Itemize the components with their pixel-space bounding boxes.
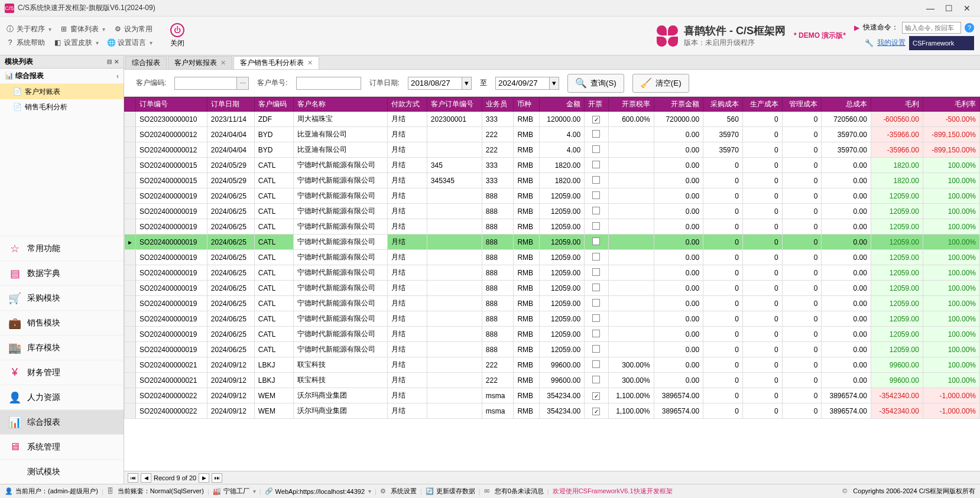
invoice-checkbox[interactable] — [592, 268, 600, 276]
column-header[interactable]: 业务员 — [482, 97, 514, 112]
column-header[interactable]: 生产成本 — [742, 97, 782, 112]
nav-next-button[interactable]: ▶ — [199, 473, 209, 483]
column-header[interactable]: 管理成本 — [782, 97, 822, 112]
module-item[interactable]: ¥财务管理 — [0, 360, 124, 385]
set-language-menu[interactable]: 🌐设置语言 — [107, 38, 152, 48]
table-row[interactable]: SO2024000000192024/06/25CATL宁德时代新能源有限公司月… — [125, 265, 980, 281]
webapi-status[interactable]: 🔗WebApi:https://localhost:44392 — [265, 487, 371, 496]
tab[interactable]: 客户对账报表✕ — [168, 56, 232, 69]
table-row[interactable]: ▸SO2024000000192024/06/25CATL宁德时代新能源有限公司… — [125, 235, 980, 250]
close-window-button[interactable]: ✕ — [963, 4, 971, 13]
invoice-checkbox[interactable] — [592, 145, 600, 153]
quick-help-icon[interactable]: ? — [965, 23, 974, 32]
tab-close-icon[interactable]: ✕ — [307, 59, 313, 67]
cust-code-input[interactable] — [174, 77, 237, 90]
invoice-checkbox[interactable] — [592, 176, 600, 184]
column-header[interactable]: 币种 — [514, 97, 539, 112]
table-row[interactable]: SO2024000000152024/05/29CATL宁德时代新能源有限公司月… — [125, 158, 980, 173]
table-row[interactable]: SO2023000000102023/11/14ZDF周大福珠宝月结202300… — [125, 112, 980, 127]
column-header[interactable]: 客户名称 — [294, 97, 388, 112]
module-item[interactable]: 👤人力资源 — [0, 385, 124, 409]
tree-section-title[interactable]: 📊 综合报表 ‹ — [0, 69, 124, 84]
date-to-dropdown[interactable]: ▾ — [550, 77, 559, 90]
table-row[interactable]: SO2024000000192024/06/25CATL宁德时代新能源有限公司月… — [125, 296, 980, 311]
table-row[interactable]: SO2024000000192024/06/25CATL宁德时代新能源有限公司月… — [125, 219, 980, 235]
table-row[interactable]: SO2024000000192024/06/25CATL宁德时代新能源有限公司月… — [125, 311, 980, 327]
table-row[interactable]: SO2024000000122024/04/04BYD比亚迪有限公司月结222R… — [125, 127, 980, 142]
table-row[interactable]: SO2024000000222024/09/12WEM沃尔玛商业集团月结msma… — [125, 403, 980, 419]
invoice-checkbox[interactable] — [592, 330, 600, 337]
quick-command-input[interactable] — [902, 22, 961, 34]
column-header[interactable]: 订单日期 — [207, 97, 254, 112]
table-row[interactable]: SO2024000000212024/09/12LBKJ联宝科技月结222RMB… — [125, 357, 980, 373]
column-header[interactable]: 付款方式 — [388, 97, 427, 112]
query-button[interactable]: 🔍查询(S) — [567, 74, 624, 93]
my-settings-link[interactable]: 我的设置 — [877, 38, 906, 48]
module-item[interactable]: ☆常用功能 — [0, 236, 124, 261]
module-item[interactable]: 💼销售模块 — [0, 310, 124, 335]
cust-code-lookup-button[interactable]: ⋯ — [237, 77, 249, 90]
invoice-checkbox[interactable] — [592, 116, 600, 123]
module-item[interactable]: 🛒采购模块 — [0, 285, 124, 310]
unread-messages[interactable]: ✉您有0条未读消息 — [484, 487, 544, 496]
tab-close-icon[interactable]: ✕ — [220, 59, 226, 67]
date-from-dropdown[interactable]: ▾ — [462, 77, 472, 90]
column-header[interactable]: 开票 — [585, 97, 608, 112]
tree-item[interactable]: 📄销售毛利分析 — [0, 99, 124, 115]
invoice-checkbox[interactable] — [592, 376, 600, 383]
invoice-checkbox[interactable] — [592, 130, 600, 138]
column-header[interactable]: 开票金额 — [654, 97, 703, 112]
invoice-checkbox[interactable] — [592, 392, 600, 400]
column-header[interactable]: 毛利 — [871, 97, 923, 112]
nav-prev-button[interactable]: ◀ — [141, 473, 151, 483]
nav-last-button[interactable]: ⏭ — [212, 473, 222, 483]
invoice-checkbox[interactable] — [592, 207, 600, 214]
window-list-menu[interactable]: ⊞窗体列表 — [60, 24, 105, 34]
table-row[interactable]: SO2024000000192024/06/25CATL宁德时代新能源有限公司月… — [125, 327, 980, 342]
invoice-checkbox[interactable] — [592, 314, 600, 322]
tab[interactable]: 综合报表 — [125, 56, 167, 69]
invoice-checkbox[interactable] — [592, 408, 600, 415]
column-header[interactable]: 订单编号 — [136, 97, 207, 112]
invoice-checkbox[interactable] — [592, 284, 600, 291]
date-to-input[interactable] — [495, 77, 550, 90]
date-from-input[interactable] — [408, 77, 462, 90]
factory-selector[interactable]: 🏭宁德工厂 — [213, 487, 256, 496]
clear-button[interactable]: 🧹清空(E) — [632, 74, 689, 93]
close-tab-button[interactable]: ⏻ 关闭 — [170, 23, 184, 48]
invoice-checkbox[interactable] — [592, 222, 600, 230]
table-row[interactable]: SO2024000000212024/09/12LBKJ联宝科技月结222RMB… — [125, 373, 980, 388]
invoice-checkbox[interactable] — [592, 345, 600, 353]
module-item[interactable]: 📊综合报表 — [0, 409, 124, 434]
tab[interactable]: 客户销售毛利分析表✕ — [233, 56, 319, 69]
invoice-checkbox[interactable] — [592, 161, 600, 168]
cust-no-input[interactable] — [296, 77, 361, 90]
invoice-checkbox[interactable] — [592, 360, 600, 368]
set-skin-menu[interactable]: ◧设置皮肤 — [53, 38, 99, 48]
table-row[interactable]: SO2024000000192024/06/25CATL宁德时代新能源有限公司月… — [125, 204, 980, 219]
column-header[interactable]: 客户订单编号 — [427, 97, 482, 112]
nav-first-button[interactable]: ⏮ — [128, 473, 138, 483]
column-header[interactable]: 毛利率 — [923, 97, 979, 112]
invoice-checkbox[interactable] — [592, 191, 600, 199]
about-menu[interactable]: ⓘ关于程序 — [6, 24, 51, 34]
pin-icon[interactable]: ⊟ — [107, 58, 112, 65]
column-header[interactable]: 总成本 — [822, 97, 871, 112]
column-header[interactable]: 金额 — [539, 97, 584, 112]
table-row[interactable]: SO2024000000222024/09/12WEM沃尔玛商业集团月结msma… — [125, 388, 980, 403]
column-header[interactable]: 客户编码 — [254, 97, 294, 112]
module-item[interactable]: ▤数据字典 — [0, 261, 124, 285]
invoice-checkbox[interactable] — [592, 237, 600, 245]
set-common-button[interactable]: ⚙设为常用 — [113, 24, 152, 34]
system-help-button[interactable]: ?系统帮助 — [6, 38, 45, 48]
table-row[interactable]: SO2024000000192024/06/25CATL宁德时代新能源有限公司月… — [125, 342, 980, 357]
module-item[interactable]: 测试模块 — [0, 459, 124, 484]
column-header[interactable]: 开票税率 — [608, 97, 654, 112]
tree-item[interactable]: 📄客户对账表 — [0, 84, 124, 99]
table-row[interactable]: SO2024000000192024/06/25CATL宁德时代新能源有限公司月… — [125, 188, 980, 204]
refresh-cache-link[interactable]: 🔄更新缓存数据 — [426, 487, 475, 496]
invoice-checkbox[interactable] — [592, 299, 600, 307]
invoice-checkbox[interactable] — [592, 253, 600, 261]
maximize-button[interactable]: ☐ — [945, 4, 953, 13]
module-item[interactable]: 🖥系统管理 — [0, 434, 124, 459]
